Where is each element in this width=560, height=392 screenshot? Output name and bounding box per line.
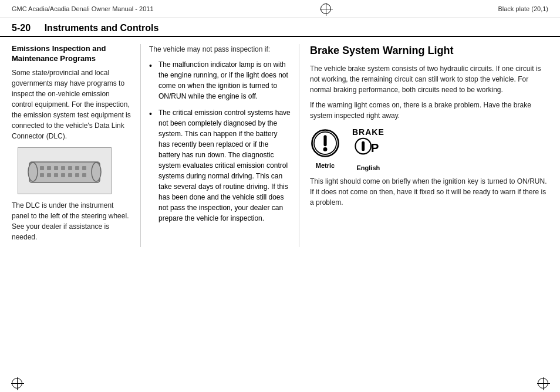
svg-rect-19 — [323, 136, 326, 147]
brake-section-title: Brake System Warning Light — [310, 44, 548, 58]
svg-rect-8 — [75, 166, 79, 170]
svg-rect-15 — [75, 173, 79, 177]
right-col-body1: The vehicle brake system consists of two… — [310, 63, 548, 121]
svg-rect-9 — [82, 166, 86, 170]
content-area: Emissions Inspection and Maintenance Pro… — [0, 44, 560, 247]
list-item: • The critical emission control systems … — [149, 107, 291, 224]
svg-rect-10 — [40, 173, 44, 177]
left-col-heading: Emissions Inspection and Maintenance Pro… — [12, 44, 132, 64]
svg-rect-5 — [54, 166, 58, 170]
svg-text:P: P — [371, 141, 379, 154]
brake-metric-svg — [310, 128, 340, 158]
page-header: GMC Acadia/Acadia Denali Owner Manual - … — [0, 0, 560, 18]
footer-crosshair-right — [538, 378, 548, 388]
header-crosshair-center — [321, 4, 331, 14]
right-column: Brake System Warning Light The vehicle b… — [299, 44, 548, 247]
page-footer — [0, 378, 560, 388]
brake-english-icon-group: BRAKE P English — [352, 128, 384, 171]
svg-rect-6 — [61, 166, 65, 170]
svg-rect-3 — [40, 166, 44, 170]
list-item: • The malfunction indicator lamp is on w… — [149, 59, 291, 102]
svg-rect-16 — [82, 173, 86, 177]
svg-rect-0 — [29, 162, 100, 183]
dlc-connector-svg — [23, 153, 106, 188]
header-right: Black plate (20,1) — [498, 5, 548, 12]
section-title-bar: 5-20 Instruments and Controls — [0, 18, 560, 37]
bullet-dot-1: • — [149, 60, 156, 72]
page-container: GMC Acadia/Acadia Denali Owner Manual - … — [0, 0, 560, 392]
left-column: Emissions Inspection and Maintenance Pro… — [12, 44, 141, 247]
english-label: English — [357, 164, 380, 171]
svg-rect-14 — [68, 173, 72, 177]
bullet-dot-2: • — [149, 108, 156, 120]
brake-word: BRAKE — [352, 128, 384, 137]
svg-point-1 — [28, 163, 38, 181]
svg-rect-12 — [54, 173, 58, 177]
left-col-body1: Some state/provincial and local governme… — [12, 67, 132, 141]
bullet-text-1: The malfunction indicator lamp is on wit… — [158, 59, 291, 102]
brake-icon-area: Metric BRAKE P English — [310, 128, 548, 171]
left-col-body2: The DLC is under the instrument panel to… — [12, 200, 132, 242]
svg-rect-4 — [47, 166, 51, 170]
footer-crosshair-left — [12, 378, 22, 388]
middle-col-bullet-list: • The malfunction indicator lamp is on w… — [149, 59, 291, 224]
brake-metric-icon-group: Metric — [310, 128, 340, 169]
middle-col-intro: The vehicle may not pass inspection if: — [149, 44, 291, 55]
header-left: GMC Acadia/Acadia Denali Owner Manual - … — [12, 5, 154, 12]
right-col-body3: This light should come on briefly when t… — [310, 176, 548, 208]
svg-rect-11 — [47, 173, 51, 177]
section-title: Instruments and Controls — [45, 23, 159, 33]
svg-point-2 — [92, 163, 101, 181]
svg-rect-22 — [362, 141, 365, 151]
middle-column: The vehicle may not pass inspection if: … — [141, 44, 299, 247]
svg-point-20 — [323, 147, 328, 151]
svg-rect-7 — [68, 166, 72, 170]
brake-text-icon: BRAKE P — [352, 128, 384, 160]
bullet-text-2: The critical emission control systems ha… — [158, 107, 291, 224]
section-number: 5-20 — [12, 23, 31, 33]
metric-label: Metric — [316, 162, 335, 169]
dlc-image — [18, 147, 112, 194]
brake-symbol-svg: P — [353, 137, 383, 161]
svg-rect-13 — [61, 173, 65, 177]
